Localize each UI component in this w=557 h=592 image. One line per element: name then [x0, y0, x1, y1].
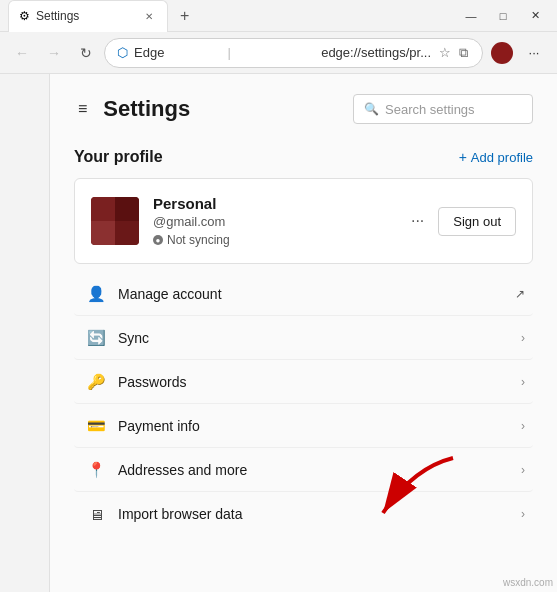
refresh-button[interactable]: ↻: [72, 39, 100, 67]
back-button[interactable]: ←: [8, 39, 36, 67]
passwords-icon: 🔑: [82, 373, 110, 391]
add-profile-button[interactable]: + Add profile: [459, 149, 533, 165]
menu-item-passwords[interactable]: 🔑Passwords›: [74, 360, 533, 404]
sync-icon: 🔄: [82, 329, 110, 347]
profile-avatar-small: [491, 42, 513, 64]
menu-item-sync[interactable]: 🔄Sync›: [74, 316, 533, 360]
passwords-chevron-icon: ›: [521, 375, 525, 389]
sync-status: ● Not syncing: [153, 233, 391, 247]
tab-label: Settings: [36, 9, 135, 23]
import-label: Import browser data: [110, 506, 521, 522]
profile-section-header: Your profile + Add profile: [74, 148, 533, 166]
manage-account-icon: 👤: [82, 285, 110, 303]
tab-icon: ⚙: [19, 9, 30, 23]
addresses-label: Addresses and more: [110, 462, 521, 478]
forward-button[interactable]: →: [40, 39, 68, 67]
main-layout: ≡ Settings 🔍 Search settings Your profil…: [0, 74, 557, 592]
content-area: ≡ Settings 🔍 Search settings Your profil…: [50, 74, 557, 592]
minimize-button[interactable]: —: [457, 5, 485, 27]
search-placeholder: Search settings: [385, 102, 475, 117]
profile-email: @gmail.com: [153, 214, 391, 229]
address-separator: |: [228, 45, 314, 60]
edge-logo-icon: ⬡: [117, 45, 128, 60]
mosaic-cell-3: [91, 221, 115, 245]
payment-info-icon: 💳: [82, 417, 110, 435]
maximize-button[interactable]: □: [489, 5, 517, 27]
add-profile-label: Add profile: [471, 150, 533, 165]
mosaic-cell-2: [115, 197, 139, 221]
profile-actions: ··· Sign out: [405, 207, 516, 236]
address-text: Edge: [134, 45, 220, 60]
window-controls: — □ ✕: [457, 5, 549, 27]
address-bar-input[interactable]: ⬡ Edge | edge://settings/pr... ☆ ⧉: [104, 38, 483, 68]
hamburger-icon[interactable]: ≡: [74, 96, 91, 122]
page-title: Settings: [103, 96, 341, 122]
avatar-mosaic: [91, 197, 139, 245]
sync-dot-icon: ●: [153, 235, 163, 245]
manage-account-label: Manage account: [110, 286, 515, 302]
search-box[interactable]: 🔍 Search settings: [353, 94, 533, 124]
close-button[interactable]: ✕: [521, 5, 549, 27]
profile-section-title: Your profile: [74, 148, 163, 166]
profile-button[interactable]: [487, 39, 517, 67]
menu-item-import[interactable]: 🖥Import browser data›: [74, 492, 533, 536]
toolbar-right: ···: [487, 39, 549, 67]
addresses-chevron-icon: ›: [521, 463, 525, 477]
passwords-label: Passwords: [110, 374, 521, 390]
profile-name: Personal: [153, 195, 391, 212]
import-chevron-icon: ›: [521, 507, 525, 521]
profile-card: Personal @gmail.com ● Not syncing ··· Si…: [74, 178, 533, 264]
address-bar: ← → ↻ ⬡ Edge | edge://settings/pr... ☆ ⧉…: [0, 32, 557, 74]
mosaic-cell-4: [115, 221, 139, 245]
sync-label: Sync: [110, 330, 521, 346]
menu-item-payment-info[interactable]: 💳Payment info›: [74, 404, 533, 448]
sidebar: [0, 74, 50, 592]
add-icon: +: [459, 149, 467, 165]
title-bar: ⚙ Settings ✕ + — □ ✕: [0, 0, 557, 32]
address-url: edge://settings/pr...: [321, 45, 431, 60]
favorites-icon[interactable]: ☆: [437, 43, 453, 62]
address-toolbar-icons: ☆ ⧉: [437, 43, 470, 63]
new-tab-button[interactable]: +: [174, 5, 195, 27]
menu-item-addresses[interactable]: 📍Addresses and more›: [74, 448, 533, 492]
tab-close-button[interactable]: ✕: [141, 9, 157, 24]
more-options-button[interactable]: ···: [519, 39, 549, 67]
sync-chevron-icon: ›: [521, 331, 525, 345]
payment-info-label: Payment info: [110, 418, 521, 434]
search-icon: 🔍: [364, 102, 379, 116]
sign-out-button[interactable]: Sign out: [438, 207, 516, 236]
watermark: wsxdn.com: [503, 577, 553, 588]
menu-item-manage-account[interactable]: 👤Manage account↗: [74, 272, 533, 316]
menu-list: 👤Manage account↗🔄Sync›🔑Passwords›💳Paymen…: [74, 272, 533, 536]
import-icon: 🖥: [82, 506, 110, 523]
addresses-icon: 📍: [82, 461, 110, 479]
settings-header: ≡ Settings 🔍 Search settings: [74, 94, 533, 124]
profile-info: Personal @gmail.com ● Not syncing: [153, 195, 391, 247]
sync-status-text: Not syncing: [167, 233, 230, 247]
manage-account-external-icon: ↗: [515, 287, 525, 301]
collections-icon[interactable]: ⧉: [457, 43, 470, 63]
payment-info-chevron-icon: ›: [521, 419, 525, 433]
title-bar-left: ⚙ Settings ✕ +: [8, 0, 449, 32]
avatar: [91, 197, 139, 245]
menu-items-container: 👤Manage account↗🔄Sync›🔑Passwords›💳Paymen…: [74, 272, 533, 536]
active-tab[interactable]: ⚙ Settings ✕: [8, 0, 168, 32]
profile-more-button[interactable]: ···: [405, 208, 430, 234]
mosaic-cell-1: [91, 197, 115, 221]
